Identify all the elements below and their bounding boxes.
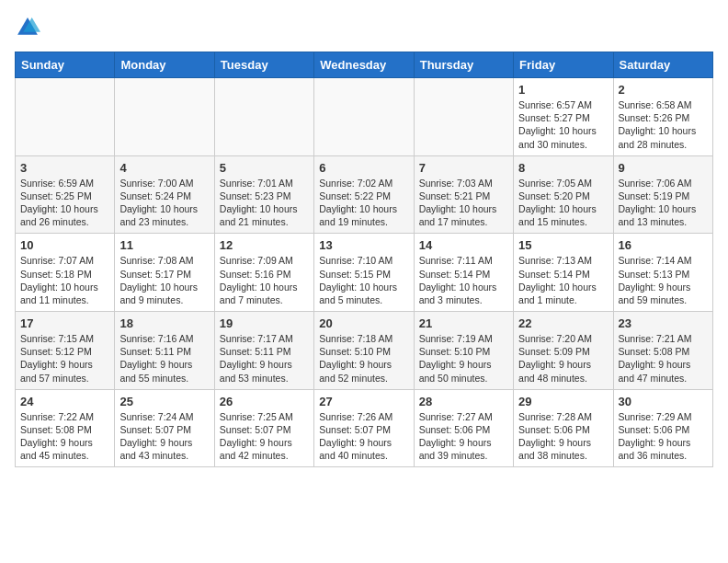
day-info-line: Daylight: 10 hours and 9 minutes. xyxy=(119,281,209,306)
day-number: 29 xyxy=(518,395,608,408)
day-number: 4 xyxy=(119,161,209,175)
calendar-cell: 12Sunrise: 7:09 AMSunset: 5:16 PMDayligh… xyxy=(214,234,313,312)
day-number: 8 xyxy=(518,161,608,175)
day-info-line: Sunrise: 7:20 AM xyxy=(518,332,608,345)
calendar-cell: 11Sunrise: 7:08 AMSunset: 5:17 PMDayligh… xyxy=(115,234,214,312)
day-info-line: Sunset: 5:18 PM xyxy=(20,268,109,281)
day-number: 6 xyxy=(319,161,408,175)
day-info-line: Daylight: 9 hours and 40 minutes. xyxy=(319,436,408,462)
day-info-line: Sunrise: 7:28 AM xyxy=(518,410,608,423)
day-number: 5 xyxy=(220,161,309,175)
day-number: 15 xyxy=(518,238,608,252)
day-number: 11 xyxy=(119,238,209,252)
calendar-cell: 13Sunrise: 7:10 AMSunset: 5:15 PMDayligh… xyxy=(314,234,414,312)
day-info-line: Daylight: 9 hours and 47 minutes. xyxy=(619,358,708,384)
day-info-line: Daylight: 9 hours and 48 minutes. xyxy=(518,358,608,384)
day-info-line: Daylight: 9 hours and 45 minutes. xyxy=(20,436,109,462)
day-number: 20 xyxy=(319,316,408,330)
day-info-line: Sunrise: 7:11 AM xyxy=(419,254,508,267)
day-number: 22 xyxy=(518,316,608,330)
day-info-line: Sunset: 5:21 PM xyxy=(419,190,508,202)
day-info-line: Sunset: 5:19 PM xyxy=(619,190,708,202)
day-number: 27 xyxy=(319,395,408,408)
day-info-line: Daylight: 9 hours and 39 minutes. xyxy=(419,436,508,462)
day-number: 17 xyxy=(20,316,109,330)
calendar-cell: 16Sunrise: 7:14 AMSunset: 5:13 PMDayligh… xyxy=(613,234,712,312)
calendar-cell: 7Sunrise: 7:03 AMSunset: 5:21 PMDaylight… xyxy=(414,155,513,234)
page-header xyxy=(15,15,713,40)
day-info-line: Sunrise: 7:24 AM xyxy=(119,410,209,423)
day-info-line: Sunrise: 6:58 AM xyxy=(619,98,708,111)
calendar-cell: 26Sunrise: 7:25 AMSunset: 5:07 PMDayligh… xyxy=(214,389,313,467)
day-number: 2 xyxy=(619,83,708,97)
calendar-cell: 6Sunrise: 7:02 AMSunset: 5:22 PMDaylight… xyxy=(314,155,414,234)
day-number: 18 xyxy=(119,316,209,330)
day-info-line: Daylight: 9 hours and 53 minutes. xyxy=(220,358,309,384)
day-info-line: Sunset: 5:06 PM xyxy=(518,423,608,436)
day-info-line: Daylight: 10 hours and 15 minutes. xyxy=(518,202,608,228)
day-number: 23 xyxy=(619,316,708,330)
day-info-line: Sunset: 5:14 PM xyxy=(518,268,608,281)
day-info-line: Sunrise: 7:16 AM xyxy=(119,332,209,345)
day-info-line: Sunrise: 7:15 AM xyxy=(20,332,109,345)
day-number: 13 xyxy=(319,238,408,252)
col-header-monday: Monday xyxy=(115,52,214,78)
day-info-line: Sunrise: 7:03 AM xyxy=(419,177,508,190)
day-info-line: Sunset: 5:11 PM xyxy=(220,345,309,358)
day-info-line: Sunrise: 7:25 AM xyxy=(220,410,309,423)
calendar-cell: 4Sunrise: 7:00 AMSunset: 5:24 PMDaylight… xyxy=(115,155,214,234)
calendar-cell xyxy=(314,78,414,156)
col-header-thursday: Thursday xyxy=(414,52,513,78)
col-header-friday: Friday xyxy=(514,52,613,78)
day-info-line: Daylight: 10 hours and 13 minutes. xyxy=(619,202,708,228)
day-info-line: Sunset: 5:07 PM xyxy=(119,423,209,436)
day-info-line: Sunset: 5:26 PM xyxy=(619,111,708,124)
calendar-cell: 21Sunrise: 7:19 AMSunset: 5:10 PMDayligh… xyxy=(414,312,513,390)
day-info-line: Sunset: 5:07 PM xyxy=(220,423,309,436)
day-info-line: Daylight: 9 hours and 52 minutes. xyxy=(319,358,408,384)
day-info-line: Sunrise: 7:08 AM xyxy=(119,254,209,267)
day-number: 24 xyxy=(20,395,109,408)
day-info-line: Daylight: 10 hours and 7 minutes. xyxy=(220,281,309,306)
day-info-line: Sunset: 5:06 PM xyxy=(419,423,508,436)
day-info-line: Daylight: 9 hours and 38 minutes. xyxy=(518,436,608,462)
calendar-cell: 20Sunrise: 7:18 AMSunset: 5:10 PMDayligh… xyxy=(314,312,414,390)
col-header-saturday: Saturday xyxy=(613,52,712,78)
day-number: 3 xyxy=(20,161,109,175)
day-info-line: Sunset: 5:14 PM xyxy=(419,268,508,281)
calendar-cell xyxy=(115,78,214,156)
day-info-line: Daylight: 10 hours and 28 minutes. xyxy=(619,124,708,150)
day-info-line: Daylight: 9 hours and 36 minutes. xyxy=(619,436,708,462)
day-info-line: Sunset: 5:23 PM xyxy=(220,190,309,202)
day-info-line: Sunset: 5:08 PM xyxy=(619,345,708,358)
day-info-line: Sunset: 5:12 PM xyxy=(20,345,109,358)
day-info-line: Sunset: 5:15 PM xyxy=(319,268,408,281)
day-info-line: Sunset: 5:10 PM xyxy=(419,345,508,358)
calendar-cell: 5Sunrise: 7:01 AMSunset: 5:23 PMDaylight… xyxy=(214,155,313,234)
day-number: 30 xyxy=(619,395,708,408)
day-info-line: Sunrise: 6:57 AM xyxy=(518,98,608,111)
calendar-cell: 28Sunrise: 7:27 AMSunset: 5:06 PMDayligh… xyxy=(414,389,513,467)
day-info-line: Sunrise: 7:09 AM xyxy=(220,254,309,267)
logo-icon xyxy=(15,15,40,40)
calendar-cell: 15Sunrise: 7:13 AMSunset: 5:14 PMDayligh… xyxy=(514,234,613,312)
day-info-line: Daylight: 10 hours and 26 minutes. xyxy=(20,202,109,228)
day-info-line: Daylight: 9 hours and 55 minutes. xyxy=(119,358,209,384)
calendar-cell: 2Sunrise: 6:58 AMSunset: 5:26 PMDaylight… xyxy=(613,78,712,156)
calendar-table: SundayMondayTuesdayWednesdayThursdayFrid… xyxy=(15,52,713,467)
day-info-line: Daylight: 9 hours and 42 minutes. xyxy=(220,436,309,462)
calendar-cell: 24Sunrise: 7:22 AMSunset: 5:08 PMDayligh… xyxy=(16,389,115,467)
day-info-line: Sunrise: 7:06 AM xyxy=(619,177,708,190)
calendar-cell: 14Sunrise: 7:11 AMSunset: 5:14 PMDayligh… xyxy=(414,234,513,312)
day-info-line: Sunset: 5:11 PM xyxy=(119,345,209,358)
day-info-line: Sunrise: 7:21 AM xyxy=(619,332,708,345)
day-info-line: Sunrise: 7:00 AM xyxy=(119,177,209,190)
day-info-line: Daylight: 10 hours and 1 minute. xyxy=(518,281,608,306)
day-info-line: Sunset: 5:07 PM xyxy=(319,423,408,436)
calendar-cell: 18Sunrise: 7:16 AMSunset: 5:11 PMDayligh… xyxy=(115,312,214,390)
day-info-line: Sunrise: 7:05 AM xyxy=(518,177,608,190)
calendar-cell: 1Sunrise: 6:57 AMSunset: 5:27 PMDaylight… xyxy=(514,78,613,156)
calendar-cell: 10Sunrise: 7:07 AMSunset: 5:18 PMDayligh… xyxy=(16,234,115,312)
day-number: 25 xyxy=(119,395,209,408)
col-header-tuesday: Tuesday xyxy=(214,52,313,78)
